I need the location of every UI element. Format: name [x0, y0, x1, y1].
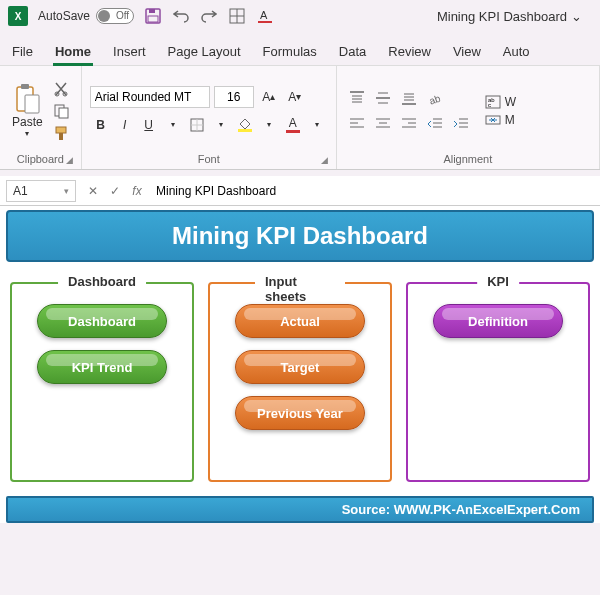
borders-icon[interactable] — [186, 114, 208, 136]
cancel-formula-icon[interactable]: ✕ — [82, 180, 104, 202]
svg-text:A: A — [260, 9, 268, 21]
paste-label: Paste — [12, 115, 43, 129]
chevron-down-icon[interactable]: ▾ — [258, 114, 280, 136]
font-color-quick-icon[interactable]: A — [256, 7, 274, 25]
ribbon-tabs: File Home Insert Page Layout Formulas Da… — [0, 32, 600, 66]
orientation-icon[interactable]: ab — [423, 87, 447, 109]
enter-formula-icon[interactable]: ✓ — [104, 180, 126, 202]
align-top-icon[interactable] — [345, 87, 369, 109]
titlebar: X AutoSave Off A Mining KPI Dashboard ⌄ — [0, 0, 600, 32]
fill-color-icon[interactable] — [234, 114, 256, 136]
autosave-label: AutoSave — [38, 9, 90, 23]
svg-text:ab: ab — [427, 92, 442, 105]
name-box[interactable]: A1 ▾ — [6, 180, 76, 202]
target-button[interactable]: Target — [235, 350, 365, 384]
tab-insert[interactable]: Insert — [111, 38, 148, 65]
copy-icon[interactable] — [53, 102, 73, 120]
tab-file[interactable]: File — [10, 38, 35, 65]
svg-rect-7 — [258, 21, 272, 23]
undo-icon[interactable] — [172, 7, 190, 25]
tab-home[interactable]: Home — [53, 38, 93, 65]
dialog-launcher-icon[interactable]: ◢ — [66, 155, 73, 165]
redo-icon[interactable] — [200, 7, 218, 25]
align-bottom-icon[interactable] — [397, 87, 421, 109]
bold-button[interactable]: B — [90, 114, 112, 136]
align-middle-icon[interactable] — [371, 87, 395, 109]
chevron-down-icon[interactable]: ▾ — [210, 114, 232, 136]
tab-data[interactable]: Data — [337, 38, 368, 65]
font-group-label: Font — [198, 153, 220, 165]
chevron-down-icon[interactable]: ▾ — [162, 114, 184, 136]
svg-rect-1 — [149, 9, 155, 13]
svg-rect-2 — [148, 16, 158, 22]
formula-bar: A1 ▾ ✕ ✓ fx — [0, 176, 600, 206]
ribbon-group-clipboard: Paste ▾ Clipboard◢ — [0, 66, 82, 169]
chevron-down-icon[interactable]: ▾ — [306, 114, 328, 136]
svg-text:c: c — [488, 102, 491, 108]
autosave-toggle[interactable]: Off — [96, 8, 134, 24]
align-center-icon[interactable] — [371, 113, 395, 135]
increase-font-icon[interactable]: A▴ — [258, 86, 280, 108]
formula-input[interactable] — [148, 180, 600, 202]
autosave-control[interactable]: AutoSave Off — [38, 8, 134, 24]
cut-icon[interactable] — [53, 80, 73, 98]
align-left-icon[interactable] — [345, 113, 369, 135]
font-size-select[interactable] — [214, 86, 254, 108]
decrease-font-icon[interactable]: A▾ — [284, 86, 306, 108]
save-icon[interactable] — [144, 7, 162, 25]
chevron-down-icon: ▾ — [64, 186, 69, 196]
actual-button[interactable]: Actual — [235, 304, 365, 338]
dialog-launcher-icon[interactable]: ◢ — [321, 155, 328, 165]
svg-rect-15 — [56, 127, 66, 133]
previous-year-button[interactable]: Previous Year — [235, 396, 365, 430]
borders-quick-icon[interactable] — [228, 7, 246, 25]
document-title[interactable]: Mining KPI Dashboard ⌄ — [437, 9, 582, 24]
tab-formulas[interactable]: Formulas — [261, 38, 319, 65]
chevron-down-icon: ▾ — [25, 129, 29, 138]
decrease-indent-icon[interactable] — [423, 113, 447, 135]
tab-review[interactable]: Review — [386, 38, 433, 65]
clipboard-group-label: Clipboard — [17, 153, 64, 165]
merge-center-button[interactable]: M — [485, 113, 516, 127]
group-kpi-title: KPI — [477, 274, 519, 289]
fx-icon[interactable]: fx — [126, 180, 148, 202]
ribbon-group-font: A▴ A▾ B I U ▾ ▾ ▾ A ▾ Font◢ — [82, 66, 337, 169]
group-input-title: Input sheets — [255, 274, 345, 304]
dashboard-groups: Dashboard Dashboard KPI Trend Input shee… — [6, 282, 594, 482]
tab-page-layout[interactable]: Page Layout — [166, 38, 243, 65]
format-painter-icon[interactable] — [53, 124, 73, 142]
wrap-text-button[interactable]: abc W — [485, 95, 516, 109]
group-input-sheets: Input sheets Actual Target Previous Year — [208, 282, 392, 482]
chevron-down-icon: ⌄ — [571, 9, 582, 24]
underline-button[interactable]: U — [138, 114, 160, 136]
dashboard-title-banner: Mining KPI Dashboard — [6, 210, 594, 262]
svg-rect-14 — [59, 108, 68, 118]
source-footer: Source: WWW.PK-AnExcelExpert.Com — [6, 496, 594, 523]
font-color-icon[interactable]: A — [282, 114, 304, 136]
group-dashboard-title: Dashboard — [58, 274, 146, 289]
ribbon-group-alignment: ab abc W M Alignment — [337, 66, 600, 169]
alignment-group-label: Alignment — [443, 153, 492, 165]
worksheet-area: Mining KPI Dashboard Dashboard Dashboard… — [0, 206, 600, 523]
font-family-select[interactable] — [90, 86, 210, 108]
dashboard-button[interactable]: Dashboard — [37, 304, 167, 338]
tab-automate[interactable]: Auto — [501, 38, 532, 65]
definition-button[interactable]: Definition — [433, 304, 563, 338]
kpi-trend-button[interactable]: KPI Trend — [37, 350, 167, 384]
group-dashboard: Dashboard Dashboard KPI Trend — [10, 282, 194, 482]
align-right-icon[interactable] — [397, 113, 421, 135]
increase-indent-icon[interactable] — [449, 113, 473, 135]
svg-rect-9 — [21, 84, 29, 89]
svg-rect-16 — [59, 133, 63, 140]
svg-rect-10 — [25, 95, 39, 113]
group-kpi: KPI Definition — [406, 282, 590, 482]
autosave-state: Off — [116, 10, 129, 21]
italic-button[interactable]: I — [114, 114, 136, 136]
paste-button[interactable]: Paste ▾ — [8, 81, 47, 140]
excel-app-icon: X — [8, 6, 28, 26]
tab-view[interactable]: View — [451, 38, 483, 65]
ribbon: Paste ▾ Clipboard◢ — [0, 66, 600, 170]
